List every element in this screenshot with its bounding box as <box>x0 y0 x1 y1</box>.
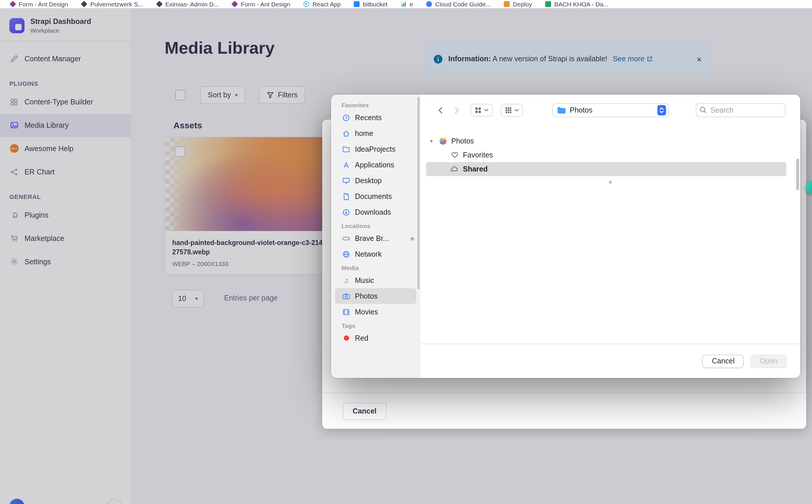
bookmark-pulvernetzwerk[interactable]: Pulvernetzwerk S... <box>81 1 143 8</box>
finder-item-label: Desktop <box>355 176 382 185</box>
open-button[interactable]: Open <box>750 354 787 368</box>
finder-item-label: Photos <box>355 292 378 300</box>
bookmark-label: bitbucket <box>363 1 387 8</box>
file-row-favorites[interactable]: Favorites <box>420 148 800 162</box>
chevron-down-icon <box>514 109 519 112</box>
file-row-shared[interactable]: Shared <box>426 162 786 176</box>
photos-app-icon <box>438 136 448 146</box>
music-note-icon: ♫ <box>341 276 351 285</box>
finder-item-photos[interactable]: Photos <box>335 288 416 304</box>
bookmark-e[interactable]: e <box>400 1 413 8</box>
finder-item-home[interactable]: home <box>331 125 420 141</box>
group-view-dropdown[interactable] <box>501 104 523 117</box>
ant-design-favicon-icon <box>9 1 16 7</box>
finder-item-label: Applications <box>355 161 394 169</box>
bookmark-deploy[interactable]: Deploy <box>504 1 532 8</box>
bookmark-label: Deploy <box>513 1 532 8</box>
finder-item-label: home <box>355 129 373 137</box>
upload-modal-footer: Cancel <box>322 393 806 429</box>
stepper-icon <box>657 105 666 115</box>
chevron-left-icon <box>438 106 443 114</box>
chevron-down-icon <box>484 109 489 112</box>
finder-section-favorites: Favorites <box>331 101 420 110</box>
bookmark-react-app[interactable]: React App <box>303 1 341 8</box>
finder-item-label: Music <box>355 276 374 284</box>
finder-item-documents[interactable]: Documents <box>331 188 420 204</box>
camera-icon <box>341 291 351 301</box>
bookmark-bitbucket[interactable]: bitbucket <box>354 1 387 8</box>
cloud-icon <box>450 164 460 174</box>
search-field <box>696 103 786 117</box>
bookmark-cloud-code-guide[interactable]: Cloud Code Guide... <box>426 1 491 8</box>
cloud-favicon-icon <box>426 1 432 7</box>
chart-favicon-icon <box>400 1 407 7</box>
path-dropdown[interactable]: Photos <box>552 103 669 117</box>
ant-design-favicon-icon <box>231 1 238 7</box>
file-row-label: Photos <box>451 137 474 145</box>
bookmark-label: Eximias- Admin D... <box>165 1 219 8</box>
finder-toolbar: Photos <box>420 95 800 126</box>
bookmark-label: BACH KHOA - Da... <box>554 1 609 8</box>
cancel-button[interactable]: Cancel <box>343 402 386 420</box>
diamond-favicon-icon <box>81 1 87 7</box>
chevron-right-icon <box>454 106 459 114</box>
search-input[interactable] <box>696 103 786 117</box>
file-row-label: Shared <box>463 165 488 173</box>
bookmark-label: Form - Ant Design <box>241 1 290 8</box>
finder-sidebar: Favorites Recents home IdeaProjects <box>331 95 420 378</box>
eject-icon[interactable] <box>409 235 416 241</box>
finder-item-applications[interactable]: Applications <box>331 157 420 173</box>
file-list: ▾ <box>420 126 800 344</box>
finder-item-label: Brave Br... <box>355 234 389 242</box>
green-favicon-icon <box>545 1 551 7</box>
finder-item-music[interactable]: ♫ Music <box>331 272 420 288</box>
finder-item-label: IdeaProjects <box>355 145 395 153</box>
bookmark-label: e <box>410 1 413 8</box>
finder-section-locations: Locations <box>331 222 420 230</box>
finder-item-desktop[interactable]: Desktop <box>331 173 420 188</box>
loading-indicator <box>609 181 612 184</box>
bitbucket-favicon-icon <box>354 1 360 7</box>
bookmarks-bar: Form - Ant Design Pulvernetzwerk S... Ex… <box>0 0 812 8</box>
sidebar-scrollbar[interactable] <box>418 97 420 289</box>
finder-item-recents[interactable]: Recents <box>331 110 420 125</box>
bookmark-form-ant-design[interactable]: Form - Ant Design <box>9 1 68 8</box>
finder-item-network[interactable]: Network <box>331 246 420 262</box>
finder-item-ideaprojects[interactable]: IdeaProjects <box>331 141 420 157</box>
finder-item-tag-red[interactable]: Red <box>331 330 420 346</box>
back-button[interactable] <box>434 104 446 117</box>
desktop-icon <box>341 176 351 185</box>
bookmark-label: React App <box>312 1 341 8</box>
clock-icon <box>341 113 351 122</box>
file-row-photos[interactable]: ▾ <box>420 134 800 148</box>
bookmark-label: Pulvernetzwerk S... <box>90 1 143 8</box>
bookmark-eximias[interactable]: Eximias- Admin D... <box>156 1 219 8</box>
finder-item-brave-drive[interactable]: Brave Br... <box>331 230 420 246</box>
disclosure-triangle-icon[interactable]: ▾ <box>425 138 438 144</box>
diamond-favicon-icon <box>156 1 162 7</box>
finder-item-label: Network <box>355 250 382 258</box>
folder-icon <box>557 106 566 114</box>
finder-section-tags: Tags <box>331 322 420 330</box>
finder-item-downloads[interactable]: Downloads <box>331 204 420 220</box>
dialog-footer: Cancel Open <box>420 344 800 378</box>
list-scrollbar[interactable] <box>796 159 799 190</box>
forward-button[interactable] <box>451 104 462 117</box>
finder-item-label: Documents <box>355 192 392 200</box>
bookmark-bach-khoa[interactable]: BACH KHOA - Da... <box>545 1 609 8</box>
downloads-icon <box>341 207 351 217</box>
finder-item-label: Movies <box>355 308 378 316</box>
red-tag-icon <box>341 333 351 343</box>
screen: Form - Ant Design Pulvernetzwerk S... Ex… <box>0 0 812 504</box>
icon-view-dropdown[interactable] <box>471 104 493 117</box>
bookmark-label: Cloud Code Guide... <box>435 1 491 8</box>
finder-item-movies[interactable]: Movies <box>331 304 420 320</box>
cancel-button[interactable]: Cancel <box>703 354 744 368</box>
finder-main: Photos ▾ <box>420 95 800 378</box>
document-icon <box>341 192 351 201</box>
group-view-icon <box>505 107 512 114</box>
hard-drive-icon <box>341 234 351 243</box>
applications-icon <box>341 160 351 169</box>
bookmark-form-ant-design-2[interactable]: Form - Ant Design <box>231 1 290 8</box>
home-icon <box>341 129 351 138</box>
